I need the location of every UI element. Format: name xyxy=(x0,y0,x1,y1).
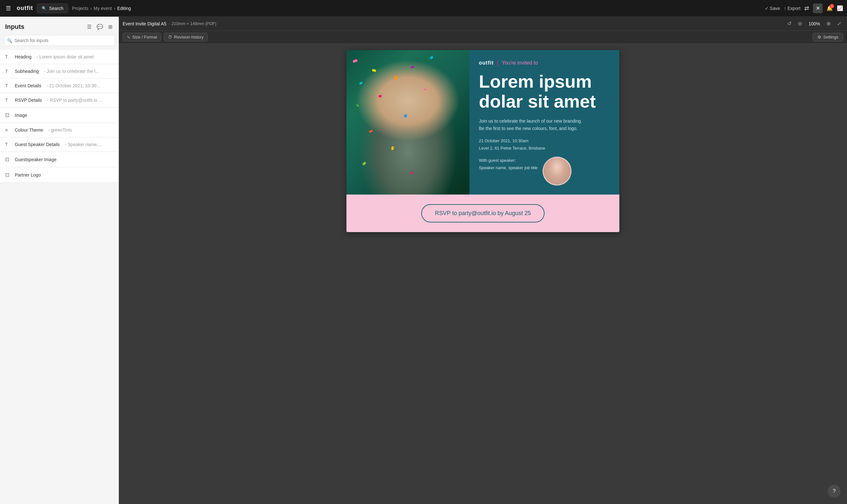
revision-history-button[interactable]: ⏱ Revision history xyxy=(164,33,208,41)
size-format-button[interactable]: ⤡ Size / Format xyxy=(123,33,161,41)
main-layout: Inputs ☰ 💬 ⊞ 🔍 T Heading - Lorem ipsum d… xyxy=(0,17,847,504)
search-label: Search xyxy=(49,6,63,11)
design-right-panel: outfit | You're invited to Lorem ipsum d… xyxy=(469,50,620,195)
item-label: Subheading xyxy=(15,69,39,74)
canvas-toolbar: Event Invite Digital A5 - 210mm × 148mm … xyxy=(119,17,847,31)
design-photo xyxy=(346,50,469,195)
text-icon: T xyxy=(5,142,11,147)
image-icon: ⊡ xyxy=(5,172,11,178)
person-image xyxy=(346,50,469,195)
design-top: outfit | You're invited to Lorem ipsum d… xyxy=(346,50,619,195)
gear-icon: ⚙ xyxy=(817,35,821,39)
search-button[interactable]: 🔍 Search xyxy=(37,3,68,13)
help-button[interactable]: ? xyxy=(828,485,841,498)
search-input-icon: 🔍 xyxy=(7,38,12,43)
export-icon: ↑ xyxy=(784,6,786,11)
list-item[interactable]: ⊡ Partner Logo xyxy=(0,167,119,183)
breadcrumb-sep1: › xyxy=(90,6,92,11)
activity-button[interactable]: 📈 xyxy=(837,5,843,11)
sidebar-icons: ☰ 💬 ⊞ xyxy=(86,22,114,31)
image-icon: ⊡ xyxy=(5,112,11,118)
sidebar-comment-button[interactable]: 💬 xyxy=(95,22,104,31)
list-item[interactable]: T Event Details - 21 October 2021, 10:30… xyxy=(0,79,119,93)
sidebar-table-button[interactable]: ⊞ xyxy=(107,22,114,31)
list-item[interactable]: T Guest Speaker Details - Speaker name,.… xyxy=(0,138,119,152)
hamburger-button[interactable]: ☰ xyxy=(4,3,13,14)
speaker-avatar xyxy=(543,157,572,185)
list-item[interactable]: ≡ Colour Theme - greenTints xyxy=(0,123,119,138)
export-button[interactable]: ↑ Export xyxy=(784,6,800,11)
design-header: outfit | You're invited to xyxy=(479,59,610,67)
item-value: - Speaker name,... xyxy=(64,142,102,147)
item-label: Guest Speaker Details xyxy=(15,142,60,147)
design-bottom: RSVP to party@outfit.io by August 25 xyxy=(346,195,619,232)
rsvp-button[interactable]: RSVP to party@outfit.io by August 25 xyxy=(421,204,544,222)
input-list: T Heading - Lorem ipsum dolar sit amet T… xyxy=(0,50,119,504)
topbar-right: ✓ Save ↑ Export ⇄ ✕ 🔔 1 📈 xyxy=(765,3,843,13)
item-value: - RSVP to party@outfit.io ... xyxy=(46,97,103,103)
sub-toolbar-left: ⤡ Size / Format ⏱ Revision history xyxy=(123,33,208,41)
fullscreen-button[interactable]: ⤢ xyxy=(835,19,843,28)
notification-badge: 1 xyxy=(830,4,834,8)
text-icon: T xyxy=(5,69,11,74)
outfit-logo: outfit xyxy=(17,5,33,12)
checkmark-icon: ✓ xyxy=(765,6,769,11)
design-divider: | xyxy=(497,59,498,67)
save-button[interactable]: ✓ Save xyxy=(765,6,780,11)
text-icon: T xyxy=(5,97,11,103)
breadcrumb: Projects › My event › Editing xyxy=(72,6,131,11)
design-heading: Lorem ipsum dolar sit amet xyxy=(479,72,610,111)
canvas-area: Event Invite Digital A5 - 210mm × 148mm … xyxy=(119,17,847,504)
sidebar-title: Inputs xyxy=(5,23,24,31)
item-label: Guestspeaker Image xyxy=(15,157,56,162)
text-icon: T xyxy=(5,83,11,88)
refresh-button[interactable]: ↺ xyxy=(785,19,793,28)
breadcrumb-editing: Editing xyxy=(117,6,131,11)
breadcrumb-sep2: › xyxy=(114,6,115,11)
item-label: Partner Logo xyxy=(15,173,41,178)
canvas-sub-toolbar: ⤡ Size / Format ⏱ Revision history ⚙ Set… xyxy=(119,31,847,44)
search-icon: 🔍 xyxy=(42,6,47,11)
canvas-controls: ↺ ⊖ 100% ⊕ ⤢ xyxy=(785,19,843,28)
top-bar: ☰ outfit 🔍 Search Projects › My event › … xyxy=(0,0,847,17)
search-input-wrapper: 🔍 xyxy=(0,35,119,50)
breadcrumb-projects[interactable]: Projects xyxy=(72,6,88,11)
item-label: Event Details xyxy=(15,83,41,88)
list-item[interactable]: ⊡ Image xyxy=(0,108,119,123)
list-icon: ≡ xyxy=(5,127,11,132)
item-label: Heading xyxy=(15,54,32,59)
notification-button[interactable]: 🔔 1 xyxy=(826,5,833,11)
canvas-preview: outfit | You're invited to Lorem ipsum d… xyxy=(119,44,847,504)
search-input[interactable] xyxy=(4,35,115,46)
breadcrumb-my-event[interactable]: My event xyxy=(94,6,112,11)
settings-button[interactable]: ⚙ Settings xyxy=(813,33,843,41)
speaker-avatar-image xyxy=(544,158,571,185)
zoom-display: 100% xyxy=(807,21,822,26)
design-event-details: 21 October 2021, 10:30am Level 2, 61 Pet… xyxy=(479,137,610,152)
zoom-out-button[interactable]: ⊖ xyxy=(796,19,804,28)
canvas-title-area: Event Invite Digital A5 - 210mm × 148mm … xyxy=(123,21,216,26)
image-icon: ⊡ xyxy=(5,156,11,162)
list-item[interactable]: T Heading - Lorem ipsum dolar sit amet xyxy=(0,50,119,64)
item-label: RSVP Details xyxy=(15,97,42,103)
list-item[interactable]: ⊡ Guestspeaker Image xyxy=(0,152,119,167)
zoom-in-button[interactable]: ⊕ xyxy=(825,19,832,28)
design-subtext: Join us to celebrate the launch of our n… xyxy=(479,118,610,132)
sidebar-list-view-button[interactable]: ☰ xyxy=(86,22,93,31)
list-item[interactable]: T Subheading - Join us to celebrate the … xyxy=(0,64,119,79)
item-value: - Lorem ipsum dolar sit amet xyxy=(35,54,93,59)
close-icon: ✕ xyxy=(816,5,820,11)
resize-icon: ⤡ xyxy=(127,35,130,39)
canvas-doc-size: - 210mm × 148mm (PDF) xyxy=(169,21,216,26)
close-button[interactable]: ✕ xyxy=(813,3,823,13)
list-item[interactable]: T RSVP Details - RSVP to party@outfit.io… xyxy=(0,93,119,108)
activity-icon: 📈 xyxy=(837,5,843,11)
canvas-doc-title: Event Invite Digital A5 xyxy=(123,21,166,26)
text-icon: T xyxy=(5,54,11,59)
item-value: - 21 October 2021, 10:30... xyxy=(45,83,100,88)
sidebar-header: Inputs ☰ 💬 ⊞ xyxy=(0,17,119,35)
design-speaker-text: With guest speaker: Speaker name, speake… xyxy=(479,157,538,172)
search-input-container: 🔍 xyxy=(4,35,115,46)
item-label: Image xyxy=(15,113,27,118)
share-button[interactable]: ⇄ xyxy=(804,5,809,12)
